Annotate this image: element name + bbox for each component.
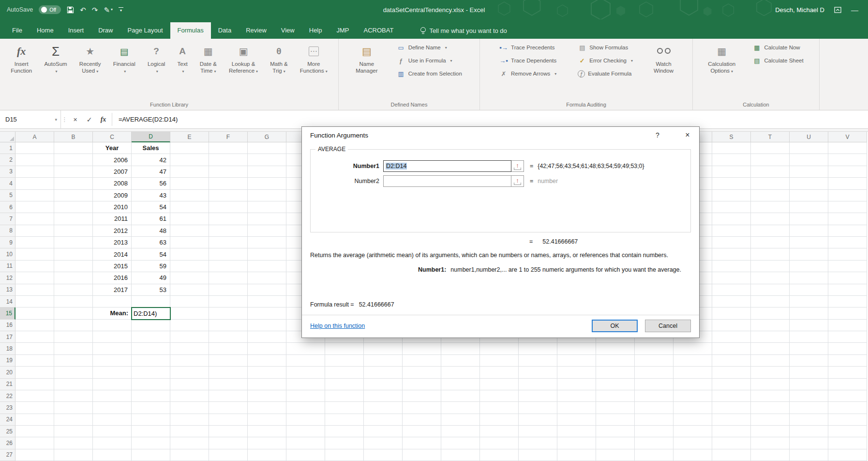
cell-D3[interactable]: 47 xyxy=(132,166,170,178)
cell-E13[interactable] xyxy=(170,284,209,296)
cell-U6[interactable] xyxy=(790,201,828,213)
cell-C21[interactable] xyxy=(93,379,132,390)
cell-S21[interactable] xyxy=(712,379,751,390)
cell-I23[interactable] xyxy=(325,402,364,414)
cell-F15[interactable] xyxy=(209,307,248,319)
cell-I24[interactable] xyxy=(325,414,364,426)
cell-Q24[interactable] xyxy=(635,414,673,426)
cell-A12[interactable] xyxy=(15,272,54,284)
row-header-6[interactable]: 6 xyxy=(0,201,15,213)
ribbon-button-calculate-now[interactable]: ▦Calculate Now xyxy=(751,42,806,53)
cell-H25[interactable] xyxy=(286,426,325,437)
cell-F12[interactable] xyxy=(209,272,248,284)
cell-G18[interactable] xyxy=(248,343,286,354)
cell-J26[interactable] xyxy=(364,437,403,449)
cell-U23[interactable] xyxy=(790,402,828,414)
cell-B12[interactable] xyxy=(54,272,93,284)
ribbon-button-financial[interactable]: ▤Financial▾ xyxy=(111,40,138,101)
cell-V27[interactable] xyxy=(828,449,867,461)
cell-N26[interactable] xyxy=(519,437,557,449)
cell-S25[interactable] xyxy=(712,426,751,437)
cell-I26[interactable] xyxy=(325,437,364,449)
cell-F21[interactable] xyxy=(209,379,248,390)
cell-E10[interactable] xyxy=(170,248,209,260)
autosave-toggle[interactable]: Off xyxy=(39,5,61,14)
row-header-9[interactable]: 9 xyxy=(0,237,15,248)
cell-A18[interactable] xyxy=(15,343,54,354)
cell-L18[interactable] xyxy=(441,343,480,354)
cell-J25[interactable] xyxy=(364,426,403,437)
cell-A19[interactable] xyxy=(15,355,54,367)
cell-U12[interactable] xyxy=(790,272,828,284)
cell-C1[interactable]: Year xyxy=(93,142,132,154)
column-header-G[interactable]: G xyxy=(248,132,286,142)
cancel-formula-button[interactable]: × xyxy=(68,110,82,128)
row-header-10[interactable]: 10 xyxy=(0,248,15,260)
cell-B6[interactable] xyxy=(54,201,93,213)
cell-O24[interactable] xyxy=(557,414,596,426)
cell-H27[interactable] xyxy=(286,449,325,461)
ribbon-button-remove-arrows[interactable]: ✗Remove Arrows▾ xyxy=(497,68,558,79)
cell-G27[interactable] xyxy=(248,449,286,461)
cell-D12[interactable]: 49 xyxy=(132,272,170,284)
cell-I19[interactable] xyxy=(325,355,364,367)
cell-U26[interactable] xyxy=(790,437,828,449)
cell-D7[interactable]: 61 xyxy=(132,213,170,225)
save-button[interactable] xyxy=(67,6,74,14)
cell-V19[interactable] xyxy=(828,355,867,367)
ribbon-display-options-button[interactable] xyxy=(834,7,841,13)
cell-U1[interactable] xyxy=(790,142,828,154)
column-header-V[interactable]: V xyxy=(828,132,867,142)
cell-Q22[interactable] xyxy=(635,390,673,402)
cell-L27[interactable] xyxy=(441,449,480,461)
cell-N25[interactable] xyxy=(519,426,557,437)
cell-M19[interactable] xyxy=(480,355,519,367)
row-header-18[interactable]: 18 xyxy=(0,343,15,354)
cell-D1[interactable]: Sales xyxy=(132,142,170,154)
cell-C13[interactable]: 2017 xyxy=(93,284,132,296)
cell-U16[interactable] xyxy=(790,320,828,331)
cell-T21[interactable] xyxy=(751,379,790,390)
cell-D11[interactable]: 59 xyxy=(132,261,170,272)
cell-L19[interactable] xyxy=(441,355,480,367)
cell-G14[interactable] xyxy=(248,296,286,307)
cell-T17[interactable] xyxy=(751,331,790,343)
cell-B22[interactable] xyxy=(54,390,93,402)
cell-D18[interactable] xyxy=(132,343,170,354)
cell-M24[interactable] xyxy=(480,414,519,426)
cell-F26[interactable] xyxy=(209,437,248,449)
cell-H24[interactable] xyxy=(286,414,325,426)
cell-U7[interactable] xyxy=(790,213,828,225)
cell-B8[interactable] xyxy=(54,225,93,237)
cell-L25[interactable] xyxy=(441,426,480,437)
cell-B26[interactable] xyxy=(54,437,93,449)
cell-O25[interactable] xyxy=(557,426,596,437)
undo-button[interactable]: ↶ xyxy=(80,6,86,14)
cell-E8[interactable] xyxy=(170,225,209,237)
cell-Q26[interactable] xyxy=(635,437,673,449)
cell-F8[interactable] xyxy=(209,225,248,237)
cell-U22[interactable] xyxy=(790,390,828,402)
cell-G8[interactable] xyxy=(248,225,286,237)
cell-V11[interactable] xyxy=(828,261,867,272)
cell-K22[interactable] xyxy=(403,390,441,402)
cell-S11[interactable] xyxy=(712,261,751,272)
cell-I27[interactable] xyxy=(325,449,364,461)
cell-G24[interactable] xyxy=(248,414,286,426)
cell-U25[interactable] xyxy=(790,426,828,437)
cell-K26[interactable] xyxy=(403,437,441,449)
row-header-16[interactable]: 16 xyxy=(0,320,15,331)
touch-mouse-mode-button[interactable]: ✎▾ xyxy=(104,6,113,14)
cell-S20[interactable] xyxy=(712,367,751,378)
cell-J22[interactable] xyxy=(364,390,403,402)
cell-G15[interactable] xyxy=(248,307,286,319)
cell-E20[interactable] xyxy=(170,367,209,378)
cell-G6[interactable] xyxy=(248,201,286,213)
cell-I21[interactable] xyxy=(325,379,364,390)
cell-F14[interactable] xyxy=(209,296,248,307)
cell-V7[interactable] xyxy=(828,213,867,225)
cell-L20[interactable] xyxy=(441,367,480,378)
cell-A15[interactable] xyxy=(15,307,54,319)
cell-T26[interactable] xyxy=(751,437,790,449)
cell-V2[interactable] xyxy=(828,154,867,166)
